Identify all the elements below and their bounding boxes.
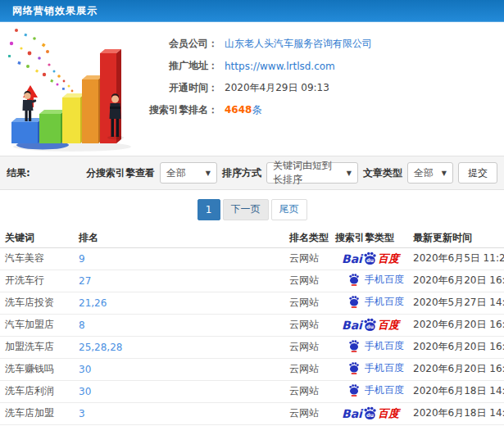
info-row-company: 会员公司： 山东老人头汽车服务咨询有限公司 [146, 33, 372, 55]
mobile-baidu-label: 手机百度 [365, 273, 404, 287]
mobile-baidu-label: 手机百度 [365, 361, 404, 375]
rank-link[interactable]: 9 [79, 253, 85, 265]
sort-select[interactable]: 关键词由短到长排序 ▼ [266, 162, 358, 184]
baidu-mobile-logo: 手机百度 [348, 273, 404, 287]
keyword-cell: 汽车美容 [5, 252, 44, 264]
col-header-keyword: 关键词 [0, 229, 74, 247]
engine-view-select[interactable]: 全部 ▼ [160, 162, 217, 184]
results-label: 结果: [7, 166, 30, 180]
company-link[interactable]: 山东老人头汽车服务咨询有限公司 [225, 37, 372, 51]
updated-time-cell: 2020年6月20日 16:12 [413, 363, 504, 374]
baidu-paw-icon [348, 340, 360, 352]
baidu-logo-bai-text: Bai [342, 252, 362, 265]
account-info-section: 会员公司： 山东老人头汽车服务咨询有限公司 推广地址： https://www.… [0, 22, 504, 156]
rank-link[interactable]: 25,28,28 [79, 342, 122, 353]
last-page-button[interactable]: 尾页 [271, 199, 307, 220]
updated-time-cell: 2020年6月20日 16:11 [413, 341, 504, 352]
page-title: 网络营销效果展示 [12, 4, 98, 18]
filter-controls: 分搜索引擎查看 全部 ▼ 排序方式 关键词由短到长排序 ▼ 文章类型 全部 ▼ … [86, 162, 497, 184]
baidu-pc-logo: Bai du 百度 [342, 318, 399, 333]
pagination: 1 下一页 尾页 [0, 190, 504, 229]
table-header-row: 关键词 排名 排名类型 搜索引擎类型 最新更新时间 [0, 229, 504, 247]
baidu-logo-bai-text: Bai [342, 319, 362, 332]
open-time-value: 2020年4月29日 09:13 [225, 81, 329, 95]
rank-type-cell: 云网站 [289, 407, 319, 419]
rank-link[interactable]: 27 [79, 275, 91, 287]
open-time-label: 开通时间： [146, 81, 218, 95]
engine-rank-value: 4648条 [225, 103, 261, 117]
baidu-pc-logo: Bai du 百度 [342, 406, 399, 421]
chevron-down-icon: ▼ [342, 170, 352, 177]
rank-link[interactable]: 3 [79, 408, 85, 419]
sort-label: 排序方式 [222, 166, 261, 180]
rank-count: 4648 [225, 104, 252, 116]
sort-selected: 关键词由短到长排序 [273, 159, 342, 187]
engine-view-label: 分搜索引擎查看 [86, 166, 155, 180]
baidu-paw-icon [348, 362, 360, 374]
next-page-button[interactable]: 下一页 [223, 199, 269, 220]
updated-time-cell: 2020年6月18日 14:30 [413, 407, 504, 419]
rank-type-cell: 云网站 [289, 319, 319, 330]
rank-type-cell: 云网站 [289, 297, 319, 308]
table-row: 洗车店利润 30 云网站 手机百度 2020年6月18日 14:27 [0, 380, 504, 402]
rank-type-cell: 云网站 [289, 363, 319, 374]
baidu-paw-icon: du [363, 406, 377, 420]
bar-chart-clipart-image [0, 22, 146, 156]
rank-type-cell: 云网站 [289, 385, 319, 397]
rank-type-cell: 云网站 [289, 341, 319, 352]
info-row-rank-count: 搜索引擎排名： 4648条 [146, 99, 372, 121]
table-row: 洗车店加盟 3 云网站 Bai du 百度 2020年6月18日 14:30 [0, 402, 504, 424]
rank-link[interactable]: 21,26 [79, 297, 107, 309]
article-type-label: 文章类型 [363, 166, 402, 180]
filter-bar: 结果: 分搜索引擎查看 全部 ▼ 排序方式 关键词由短到长排序 ▼ 文章类型 全… [0, 156, 504, 190]
account-info-list: 会员公司： 山东老人头汽车服务咨询有限公司 推广地址： https://www.… [146, 22, 372, 156]
mobile-baidu-label: 手机百度 [365, 383, 404, 397]
promo-url-link[interactable]: https://www.lrtlsd.com [225, 61, 335, 72]
table-body: 汽车美容 9 云网站 Bai du 百度 2020年6月5日 11:24 开洗车… [0, 247, 504, 424]
svg-text:du: du [366, 257, 374, 264]
engine-rank-label: 搜索引擎排名： [146, 103, 218, 117]
updated-time-cell: 2020年6月18日 14:27 [413, 385, 504, 397]
table-row: 开洗车行 27 云网站 手机百度 2020年6月20日 16:16 [0, 270, 504, 292]
keyword-cell: 洗车店利润 [5, 385, 54, 397]
updated-time-cell: 2020年6月20日 16:16 [413, 274, 504, 286]
updated-time-cell: 2020年6月5日 11:24 [413, 252, 504, 264]
info-row-url: 推广地址： https://www.lrtlsd.com [146, 55, 372, 77]
ranking-table: 关键词 排名 排名类型 搜索引擎类型 最新更新时间 汽车美容 9 云网站 Bai… [0, 229, 504, 425]
svg-text:du: du [366, 412, 374, 419]
mobile-baidu-label: 手机百度 [365, 339, 404, 353]
rank-unit: 条 [252, 104, 261, 116]
baidu-paw-icon [348, 274, 360, 286]
company-label: 会员公司： [146, 37, 218, 51]
baidu-logo-cn-text: 百度 [378, 406, 399, 421]
rank-link[interactable]: 30 [79, 386, 91, 397]
engine-view-selected: 全部 [166, 166, 186, 180]
rank-link[interactable]: 8 [79, 320, 85, 331]
col-header-rank: 排名 [74, 229, 283, 247]
col-header-engine-type: 搜索引擎类型 [332, 229, 410, 247]
rank-link[interactable]: 30 [79, 364, 91, 375]
table-row: 汽车加盟店 8 云网站 Bai du 百度 2020年6月20日 16:12 [0, 314, 504, 336]
keyword-cell: 加盟洗车店 [5, 341, 54, 352]
baidu-mobile-logo: 手机百度 [348, 339, 404, 353]
mobile-baidu-label: 手机百度 [365, 295, 404, 309]
col-header-updated: 最新更新时间 [410, 229, 504, 247]
promo-url-label: 推广地址： [146, 59, 218, 73]
rank-type-cell: 云网站 [289, 252, 319, 264]
baidu-paw-icon: du [363, 252, 377, 265]
baidu-mobile-logo: 手机百度 [348, 361, 404, 375]
app-header: 网络营销效果展示 [0, 0, 504, 22]
table-row: 洗车赚钱吗 30 云网站 手机百度 2020年6月20日 16:12 [0, 358, 504, 380]
updated-time-cell: 2020年6月20日 16:12 [413, 319, 504, 330]
baidu-paw-icon: du [363, 318, 377, 332]
baidu-mobile-logo: 手机百度 [348, 295, 404, 309]
info-row-opened: 开通时间： 2020年4月29日 09:13 [146, 77, 372, 99]
article-type-selected: 全部 [414, 166, 434, 180]
article-type-select[interactable]: 全部 ▼ [407, 162, 453, 184]
col-header-rank-type: 排名类型 [283, 229, 332, 247]
baidu-paw-icon [348, 296, 360, 308]
baidu-paw-icon [348, 384, 360, 397]
page-button-1[interactable]: 1 [198, 199, 220, 220]
submit-button[interactable]: 提交 [458, 162, 497, 184]
svg-text:du: du [366, 324, 374, 330]
